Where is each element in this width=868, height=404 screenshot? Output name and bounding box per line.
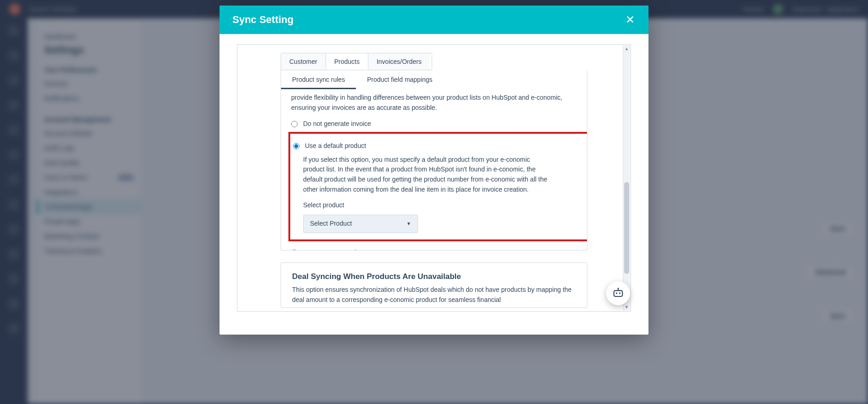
modal-title: Sync Setting <box>232 14 293 26</box>
tab-invoices-orders[interactable]: Invoices/Orders <box>368 53 430 70</box>
modal-body: Customer Products Invoices/Orders Produc… <box>220 34 648 335</box>
deal-syncing-section: Deal Syncing When Products Are Unavailab… <box>281 262 587 308</box>
close-icon[interactable]: ✕ <box>625 14 636 25</box>
radio-use-default-product[interactable] <box>293 143 299 149</box>
svg-rect-0 <box>614 290 623 296</box>
scroll-up-arrow-icon[interactable]: ▲ <box>623 45 630 52</box>
svg-point-1 <box>616 292 617 294</box>
option-description: If you select this option, you must spec… <box>303 155 551 195</box>
select-value: Select Product <box>310 219 352 229</box>
section-title: Deal Syncing When Products Are Unavailab… <box>292 272 576 281</box>
tab-products[interactable]: Products <box>326 53 368 70</box>
highlight-annotation: Use a default product If you select this… <box>288 132 587 241</box>
rules-card: Product sync rules Product field mapping… <box>281 70 587 250</box>
option-do-not-generate[interactable]: Do not generate invoice <box>291 119 577 129</box>
select-product-dropdown[interactable]: Select Product ▼ <box>303 215 418 233</box>
svg-point-2 <box>619 292 620 294</box>
frame-scrollbar[interactable]: ▲ ▼ <box>623 45 630 311</box>
radio-create-new-product[interactable] <box>291 250 298 250</box>
section-body: This option ensures synchronization of H… <box>292 285 576 305</box>
rules-body: provide flexibility in handling differen… <box>281 89 587 250</box>
intro-text: provide flexibility in handling differen… <box>291 93 577 113</box>
subtab-product-field-mappings[interactable]: Product field mappings <box>356 70 443 89</box>
modal-header: Sync Setting ✕ <box>220 6 648 34</box>
scroll-down-arrow-icon[interactable]: ▼ <box>623 303 630 311</box>
primary-tabs: Customer Products Invoices/Orders <box>281 53 432 70</box>
chat-fab[interactable] <box>606 281 630 305</box>
svg-point-4 <box>617 288 619 289</box>
option-use-default-product[interactable]: Use a default product <box>293 141 587 151</box>
option-create-new-product[interactable]: Create a new product <box>291 248 577 250</box>
radio-label: Create a new product <box>303 248 365 250</box>
sync-setting-modal: Sync Setting ✕ Customer Products Invoice… <box>220 6 648 335</box>
tab-customer[interactable]: Customer <box>281 53 326 70</box>
chatbot-icon <box>612 287 625 300</box>
radio-do-not-generate[interactable] <box>291 121 298 127</box>
subtab-product-sync-rules[interactable]: Product sync rules <box>281 70 356 89</box>
radio-label: Use a default product <box>305 141 366 151</box>
select-product-label: Select product <box>303 200 587 211</box>
content-frame: Customer Products Invoices/Orders Produc… <box>237 44 631 312</box>
scroll-track[interactable] <box>623 52 630 303</box>
radio-label: Do not generate invoice <box>303 119 371 129</box>
chevron-down-icon: ▼ <box>406 220 411 228</box>
scroll-thumb[interactable] <box>624 182 629 274</box>
sub-tabs: Product sync rules Product field mapping… <box>281 70 587 89</box>
